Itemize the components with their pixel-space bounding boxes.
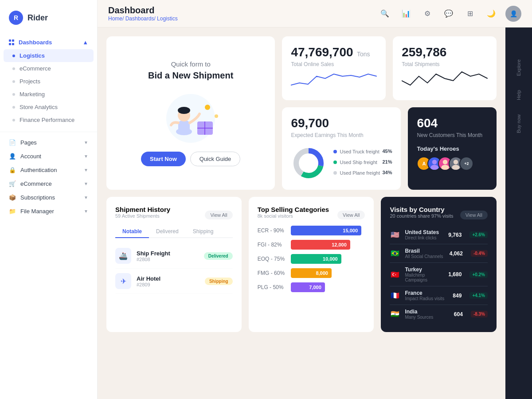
categories-card: Top Selling Categories 8k social visitor… (249, 197, 374, 332)
country-value: 4,062 (450, 250, 463, 257)
total-shipments-label: Total Shipments (402, 61, 488, 67)
list-item: 🇧🇷 Brasil All Social Channels 4,062 -0.4… (390, 244, 488, 263)
app-logo: R Rider (0, 7, 97, 34)
settings-icon[interactable]: ⚙ (420, 7, 434, 21)
sidebar-item-label: Logistics (20, 52, 45, 59)
sidebar-item-subscriptions[interactable]: 📦 Subscriptions ▼ (0, 191, 97, 204)
bar-track: 15,000 (291, 226, 365, 235)
shipment-id: #2809 (137, 282, 200, 287)
sidebar-item-ecommerce2[interactable]: 🛒 eCommerce ▼ (0, 177, 97, 191)
logo-icon: R (9, 11, 23, 25)
earnings-label: Expected Earnings This Month (291, 132, 392, 138)
shipment-id: #2808 (137, 257, 199, 262)
country-section-header: Visits by Country 20 countries share 97%… (390, 206, 488, 224)
sidebar: R Rider Dashboards ▲ Logistics eCommerce… (0, 0, 98, 399)
sidebar-item-authentication[interactable]: 🔒 Authentication ▼ (0, 163, 97, 177)
auth-label: Authentication (20, 167, 57, 173)
bar-track: 10,000 (291, 254, 365, 264)
change-badge: +2.6% (469, 231, 488, 238)
country-info: Turkey Mailchimp Campaigns (405, 266, 444, 282)
list-item: 🇮🇳 India Many Sources 604 -8.3% (390, 305, 488, 323)
ecom-label: eCommerce (20, 180, 52, 187)
table-row: 🚢 Ship Freight #2808 Delivered (115, 243, 233, 269)
main-area: Dashboard Home/ Dashboards/ Logistics 🔍 … (98, 0, 532, 399)
breadcrumb-current: Logistics (157, 16, 178, 22)
start-now-button[interactable]: Start Now (141, 152, 186, 166)
hero-avatar-more: +2 (459, 156, 473, 171)
breadcrumb-dashboards: Dashboards/ (125, 16, 156, 22)
change-badge: -0.4% (471, 250, 488, 257)
shipment-info: Ship Freight #2808 (137, 250, 199, 262)
categories-view-all-button[interactable]: View All (337, 211, 365, 219)
fm-icon: 📁 (9, 208, 16, 215)
bar-chart: ECR - 90% 15,000 FGI - 82% 12,000 (258, 226, 365, 292)
sidebar-item-pages[interactable]: 📄 Pages ▼ (0, 136, 97, 149)
country-sub: Impact Radius visits (405, 296, 448, 301)
sidebar-item-account[interactable]: 👤 Account ▼ (0, 149, 97, 163)
app-name: Rider (27, 13, 48, 23)
country-info: Brasil All Social Channels (405, 248, 445, 259)
heroes-label: Today's Heroes (417, 145, 488, 152)
explore-panel-item[interactable]: Explore (512, 54, 525, 81)
earnings-value: 69,700 (291, 116, 392, 130)
svg-point-0 (166, 94, 215, 143)
total-sales-label: Total Online Sales (291, 61, 377, 67)
sidebar-item-finance[interactable]: Finance Performance (0, 113, 97, 126)
chevron-up-icon: ▲ (82, 39, 88, 46)
country-name: Turkey (405, 266, 444, 273)
sidebar-item-label: Finance Performance (20, 117, 74, 123)
bar-fill: 10,000 (291, 254, 341, 264)
country-list: 🇺🇸 United States Direct link clicks 9,76… (390, 226, 488, 323)
promo-buttons: Start Now Quick Guide (141, 152, 240, 166)
side-panel: Explore Help Buy now (505, 27, 532, 399)
ship-freight-icon: 🚢 (115, 248, 131, 264)
header: Dashboard Home/ Dashboards/ Logistics 🔍 … (98, 0, 532, 27)
sidebar-item-projects[interactable]: Projects (0, 75, 97, 88)
breadcrumb: Home/ Dashboards/ Logistics (108, 16, 178, 22)
buynow-panel-item[interactable]: Buy now (512, 109, 525, 138)
svg-point-16 (443, 160, 448, 164)
svg-point-17 (442, 165, 450, 170)
chat-icon[interactable]: 💬 (442, 7, 456, 21)
country-name: United States (405, 229, 444, 235)
auth-icon: 🔒 (9, 167, 16, 173)
sidebar-item-label: eCommerce (20, 65, 51, 72)
country-sub: Mailchimp Campaigns (405, 273, 444, 282)
chevron-down-icon: ▼ (84, 209, 88, 214)
svg-point-4 (178, 107, 190, 114)
sidebar-item-logistics[interactable]: Logistics (4, 49, 94, 62)
customers-label: New Customers This Month (417, 132, 488, 138)
sidebar-item-ecommerce[interactable]: eCommerce (0, 62, 97, 75)
dashboards-header[interactable]: Dashboards ▲ (0, 35, 97, 49)
help-panel-item[interactable]: Help (512, 85, 525, 106)
sidebar-item-marketing[interactable]: Marketing (0, 88, 97, 101)
customers-card: 604 New Customers This Month Today's Her… (408, 107, 497, 190)
total-shipments-value: 259,786 (402, 45, 446, 59)
avatar[interactable]: 👤 (505, 6, 521, 22)
page-title: Dashboard (108, 5, 178, 16)
svg-point-18 (454, 160, 458, 164)
shipment-view-all-button[interactable]: View All (205, 211, 232, 219)
bar-fill: 7,000 (291, 282, 325, 292)
tab-shipping[interactable]: Shipping (186, 226, 221, 238)
tab-delivered[interactable]: Delivered (149, 226, 186, 238)
quick-guide-button[interactable]: Quick Guide (190, 152, 241, 166)
tab-notable[interactable]: Notable (115, 226, 149, 238)
list-item: 🇺🇸 United States Direct link clicks 9,76… (390, 226, 488, 244)
dark-mode-icon[interactable]: 🌙 (484, 7, 498, 21)
search-icon[interactable]: 🔍 (378, 7, 392, 21)
country-sub: Many Sources (405, 315, 449, 320)
country-view-all-button[interactable]: View All (460, 211, 488, 219)
shipment-history-card: Shipment History 59 Active Shipments Vie… (106, 197, 242, 332)
change-badge: +0.2% (469, 271, 488, 278)
promo-illustration (155, 90, 226, 143)
bar-track: 8,000 (291, 268, 365, 278)
sidebar-item-filemanager[interactable]: 📁 File Manager ▼ (0, 204, 97, 218)
account-label: Account (20, 153, 41, 160)
sidebar-item-store-analytics[interactable]: Store Analytics (0, 101, 97, 113)
us-flag: 🇺🇸 (390, 231, 400, 239)
chart-icon[interactable]: 📊 (399, 7, 413, 21)
grid-icon[interactable]: ⊞ (463, 7, 477, 21)
bar-label: FGI - 82% (258, 242, 286, 248)
content: Quick form to Bid a New Shipment (98, 27, 532, 399)
